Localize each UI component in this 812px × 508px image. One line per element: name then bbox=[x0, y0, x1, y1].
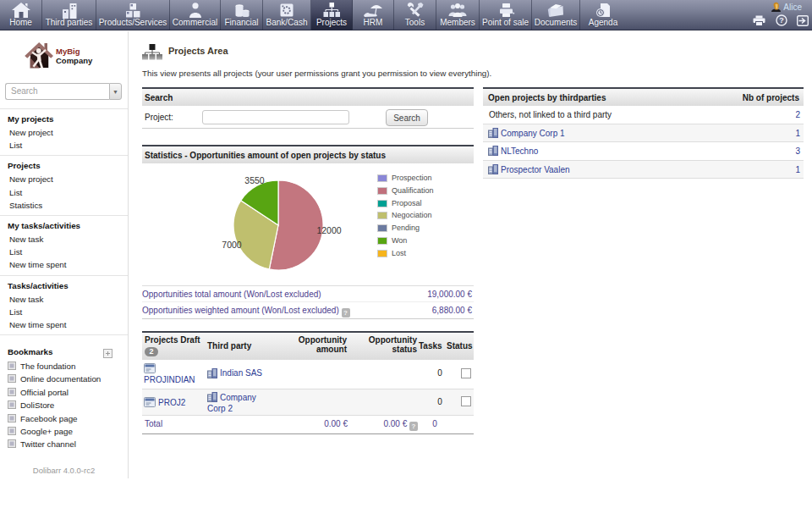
svg-text:?: ? bbox=[779, 16, 784, 25]
